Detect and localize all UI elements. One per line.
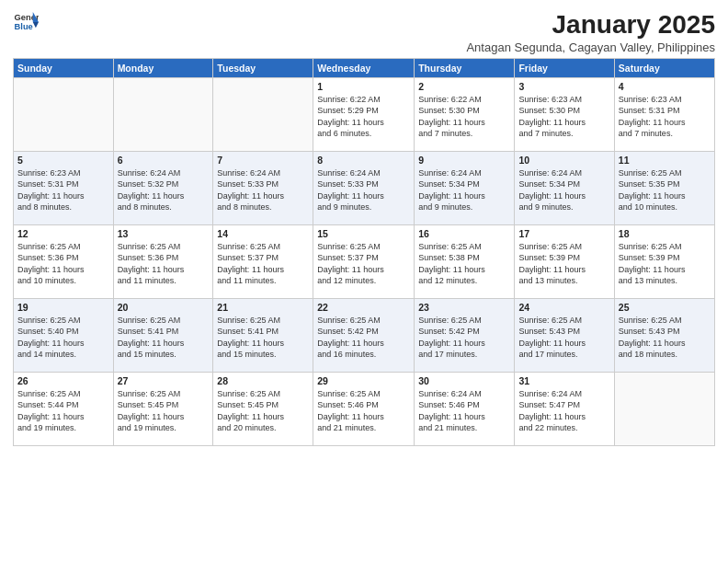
day-info: Sunrise: 6:24 AM Sunset: 5:34 PM Dayligh… bbox=[518, 167, 609, 213]
day-info: Sunrise: 6:23 AM Sunset: 5:31 PM Dayligh… bbox=[619, 94, 711, 140]
table-row: 30Sunrise: 6:24 AM Sunset: 5:46 PM Dayli… bbox=[415, 372, 515, 445]
day-info: Sunrise: 6:24 AM Sunset: 5:34 PM Dayligh… bbox=[418, 167, 510, 213]
day-number: 19 bbox=[17, 302, 109, 313]
table-row: 8Sunrise: 6:24 AM Sunset: 5:33 PM Daylig… bbox=[313, 151, 415, 224]
table-row: 21Sunrise: 6:25 AM Sunset: 5:41 PM Dayli… bbox=[213, 298, 313, 372]
day-number: 9 bbox=[418, 155, 510, 166]
day-info: Sunrise: 6:24 AM Sunset: 5:33 PM Dayligh… bbox=[317, 167, 410, 213]
col-saturday: Saturday bbox=[614, 58, 714, 77]
calendar-header-row: Sunday Monday Tuesday Wednesday Thursday… bbox=[14, 58, 715, 77]
day-info: Sunrise: 6:25 AM Sunset: 5:37 PM Dayligh… bbox=[317, 241, 410, 287]
day-number: 3 bbox=[518, 81, 609, 92]
col-tuesday: Tuesday bbox=[213, 58, 313, 77]
day-info: Sunrise: 6:25 AM Sunset: 5:44 PM Dayligh… bbox=[17, 388, 109, 434]
day-number: 7 bbox=[217, 155, 309, 166]
day-number: 6 bbox=[118, 155, 210, 166]
day-info: Sunrise: 6:25 AM Sunset: 5:36 PM Dayligh… bbox=[17, 241, 109, 287]
table-row: 25Sunrise: 6:25 AM Sunset: 5:43 PM Dayli… bbox=[614, 298, 714, 372]
day-number: 27 bbox=[118, 375, 210, 386]
title-block: January 2025 Antagan Segunda, Cagayan Va… bbox=[466, 9, 715, 54]
day-info: Sunrise: 6:25 AM Sunset: 5:39 PM Dayligh… bbox=[518, 241, 609, 287]
table-row: 31Sunrise: 6:24 AM Sunset: 5:47 PM Dayli… bbox=[515, 372, 614, 445]
logo-icon: General Blue bbox=[13, 9, 39, 35]
day-number: 14 bbox=[217, 228, 309, 239]
day-number: 28 bbox=[217, 375, 309, 386]
table-row bbox=[113, 77, 213, 151]
day-info: Sunrise: 6:22 AM Sunset: 5:29 PM Dayligh… bbox=[317, 94, 410, 140]
month-year: January 2025 bbox=[466, 9, 715, 40]
table-row: 14Sunrise: 6:25 AM Sunset: 5:37 PM Dayli… bbox=[213, 224, 313, 298]
day-info: Sunrise: 6:25 AM Sunset: 5:37 PM Dayligh… bbox=[217, 241, 309, 287]
col-thursday: Thursday bbox=[415, 58, 515, 77]
day-number: 23 bbox=[418, 302, 510, 313]
table-row: 2Sunrise: 6:22 AM Sunset: 5:30 PM Daylig… bbox=[415, 77, 515, 151]
day-info: Sunrise: 6:25 AM Sunset: 5:43 PM Dayligh… bbox=[619, 315, 711, 361]
day-info: Sunrise: 6:25 AM Sunset: 5:41 PM Dayligh… bbox=[217, 315, 309, 361]
table-row: 15Sunrise: 6:25 AM Sunset: 5:37 PM Dayli… bbox=[313, 224, 415, 298]
table-row: 29Sunrise: 6:25 AM Sunset: 5:46 PM Dayli… bbox=[313, 372, 415, 445]
header: General Blue January 2025 Antagan Segund… bbox=[13, 9, 715, 54]
day-number: 10 bbox=[518, 155, 609, 166]
day-number: 15 bbox=[317, 228, 410, 239]
day-number: 21 bbox=[217, 302, 309, 313]
page: General Blue January 2025 Antagan Segund… bbox=[0, 0, 728, 563]
day-number: 13 bbox=[118, 228, 210, 239]
day-number: 24 bbox=[518, 302, 609, 313]
day-number: 29 bbox=[317, 375, 410, 386]
day-info: Sunrise: 6:24 AM Sunset: 5:47 PM Dayligh… bbox=[518, 388, 609, 434]
table-row: 28Sunrise: 6:25 AM Sunset: 5:45 PM Dayli… bbox=[213, 372, 313, 445]
day-number: 17 bbox=[518, 228, 609, 239]
day-number: 12 bbox=[17, 228, 109, 239]
day-info: Sunrise: 6:25 AM Sunset: 5:42 PM Dayligh… bbox=[418, 315, 510, 361]
table-row: 22Sunrise: 6:25 AM Sunset: 5:42 PM Dayli… bbox=[313, 298, 415, 372]
day-number: 30 bbox=[418, 375, 510, 386]
day-info: Sunrise: 6:25 AM Sunset: 5:45 PM Dayligh… bbox=[217, 388, 309, 434]
day-number: 11 bbox=[619, 155, 711, 166]
table-row: 16Sunrise: 6:25 AM Sunset: 5:38 PM Dayli… bbox=[415, 224, 515, 298]
day-number: 26 bbox=[17, 375, 109, 386]
day-number: 31 bbox=[518, 375, 609, 386]
col-wednesday: Wednesday bbox=[313, 58, 415, 77]
svg-marker-3 bbox=[33, 22, 39, 28]
location: Antagan Segunda, Cagayan Valley, Philipp… bbox=[466, 40, 715, 54]
day-info: Sunrise: 6:25 AM Sunset: 5:45 PM Dayligh… bbox=[118, 388, 210, 434]
table-row: 17Sunrise: 6:25 AM Sunset: 5:39 PM Dayli… bbox=[515, 224, 614, 298]
day-info: Sunrise: 6:25 AM Sunset: 5:36 PM Dayligh… bbox=[118, 241, 210, 287]
table-row: 9Sunrise: 6:24 AM Sunset: 5:34 PM Daylig… bbox=[415, 151, 515, 224]
table-row: 13Sunrise: 6:25 AM Sunset: 5:36 PM Dayli… bbox=[113, 224, 213, 298]
calendar-week-row: 19Sunrise: 6:25 AM Sunset: 5:40 PM Dayli… bbox=[14, 298, 715, 372]
calendar-week-row: 12Sunrise: 6:25 AM Sunset: 5:36 PM Dayli… bbox=[14, 224, 715, 298]
table-row: 18Sunrise: 6:25 AM Sunset: 5:39 PM Dayli… bbox=[614, 224, 714, 298]
day-info: Sunrise: 6:24 AM Sunset: 5:46 PM Dayligh… bbox=[418, 388, 510, 434]
col-monday: Monday bbox=[113, 58, 213, 77]
day-number: 25 bbox=[619, 302, 711, 313]
day-number: 1 bbox=[317, 81, 410, 92]
day-number: 16 bbox=[418, 228, 510, 239]
day-number: 22 bbox=[317, 302, 410, 313]
calendar-week-row: 26Sunrise: 6:25 AM Sunset: 5:44 PM Dayli… bbox=[14, 372, 715, 445]
col-sunday: Sunday bbox=[14, 58, 114, 77]
day-info: Sunrise: 6:24 AM Sunset: 5:32 PM Dayligh… bbox=[118, 167, 210, 213]
day-info: Sunrise: 6:25 AM Sunset: 5:35 PM Dayligh… bbox=[619, 167, 711, 213]
table-row bbox=[614, 372, 714, 445]
table-row: 3Sunrise: 6:23 AM Sunset: 5:30 PM Daylig… bbox=[515, 77, 614, 151]
day-number: 20 bbox=[118, 302, 210, 313]
day-info: Sunrise: 6:25 AM Sunset: 5:43 PM Dayligh… bbox=[518, 315, 609, 361]
calendar-week-row: 1Sunrise: 6:22 AM Sunset: 5:29 PM Daylig… bbox=[14, 77, 715, 151]
table-row bbox=[213, 77, 313, 151]
day-number: 8 bbox=[317, 155, 410, 166]
table-row: 6Sunrise: 6:24 AM Sunset: 5:32 PM Daylig… bbox=[113, 151, 213, 224]
table-row: 19Sunrise: 6:25 AM Sunset: 5:40 PM Dayli… bbox=[14, 298, 114, 372]
day-info: Sunrise: 6:25 AM Sunset: 5:46 PM Dayligh… bbox=[317, 388, 410, 434]
day-info: Sunrise: 6:25 AM Sunset: 5:41 PM Dayligh… bbox=[118, 315, 210, 361]
calendar-table: Sunday Monday Tuesday Wednesday Thursday… bbox=[13, 58, 715, 446]
day-number: 18 bbox=[619, 228, 711, 239]
table-row: 12Sunrise: 6:25 AM Sunset: 5:36 PM Dayli… bbox=[14, 224, 114, 298]
table-row: 23Sunrise: 6:25 AM Sunset: 5:42 PM Dayli… bbox=[415, 298, 515, 372]
table-row: 7Sunrise: 6:24 AM Sunset: 5:33 PM Daylig… bbox=[213, 151, 313, 224]
col-friday: Friday bbox=[515, 58, 614, 77]
day-info: Sunrise: 6:22 AM Sunset: 5:30 PM Dayligh… bbox=[418, 94, 510, 140]
table-row: 24Sunrise: 6:25 AM Sunset: 5:43 PM Dayli… bbox=[515, 298, 614, 372]
day-number: 5 bbox=[17, 155, 109, 166]
day-info: Sunrise: 6:25 AM Sunset: 5:38 PM Dayligh… bbox=[418, 241, 510, 287]
